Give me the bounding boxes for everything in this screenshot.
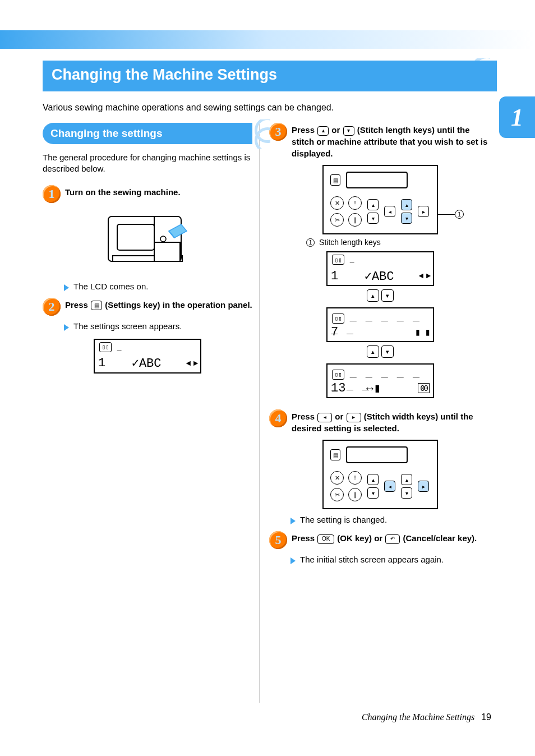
step-3-text: Press ▴ or ▾ (Stitch length keys) until … <box>292 123 491 159</box>
callout-leader-line <box>438 214 455 215</box>
panel-up2-icon-highlighted: ▴ <box>401 199 412 210</box>
step-4-pre: Press <box>292 412 317 421</box>
panel-pause-icon: ∥ <box>348 488 362 501</box>
lcd-seq1-arrows: ◄ ► <box>419 271 430 280</box>
step-3-or: or <box>331 125 342 135</box>
triangle-bullet-icon <box>64 284 69 291</box>
left-column: Changing the settings The general proced… <box>43 123 252 571</box>
panel-up-icon: ▴ <box>367 474 379 485</box>
lcd-menu-icon: ▯▯ <box>99 342 112 352</box>
down-key-icon: ▾ <box>381 289 394 302</box>
updown-keys-2: ▴ ▾ <box>367 345 394 358</box>
lcd-seq13-value: 00 <box>418 383 430 393</box>
step-3-number: 3 <box>269 123 287 141</box>
settings-key-icon: ▤ <box>330 449 340 460</box>
step-4-number: 4 <box>269 409 287 427</box>
lcd-screen-13: ▯▯ _ _ _ _ _ _ _ _ 13 ↔▮ 00 <box>326 363 434 398</box>
panel-left-icon-highlighted: ◂ <box>384 481 395 492</box>
intro-text: Various sewing machine operations and se… <box>43 103 491 113</box>
column-divider <box>259 123 260 703</box>
step-2: 2 Press ▤ (Settings key) in the operatio… <box>43 298 252 316</box>
lcd-seq13-index: 13 <box>331 381 345 395</box>
lcd-content-1: ✓ABC <box>132 356 162 371</box>
updown-keys-1: ▴ ▾ <box>367 289 394 302</box>
page-footer: Changing the Machine Settings 19 <box>362 712 491 722</box>
footer-page-number: 19 <box>481 712 491 722</box>
ok-key-icon: OK <box>317 534 334 544</box>
panel-x-icon: ✕ <box>330 471 344 485</box>
panel-pause-icon: ∥ <box>348 213 362 227</box>
step-4-result-text: The setting is changed. <box>300 515 387 524</box>
panel-down-icon: ▾ <box>367 213 379 224</box>
step-2-key: (Settings key) <box>105 300 160 310</box>
lcd-index-1: 1 <box>98 356 105 370</box>
panel-needle-icon: ! <box>348 196 362 210</box>
step-5-result: The initial stitch screen appears again. <box>290 555 491 564</box>
lcd-seq7-index: 7 <box>331 325 338 339</box>
lcd-screen-7: ▯▯ _ _ _ _ _ _ _ 7 ▮ ▮ <box>326 307 434 342</box>
step-5-number: 5 <box>269 531 287 549</box>
panel-diagram-step4: ▤ ✕ ! ✂ ∥ <box>269 440 491 509</box>
step-2-result: The settings screen appears. <box>64 321 252 331</box>
callout-1-text: Stitch length keys <box>319 238 381 247</box>
step-5-pre: Press <box>292 533 317 543</box>
callout-1-badge: 1 <box>306 238 315 247</box>
step-5-post: (Cancel/clear key). <box>403 533 477 543</box>
down-key-icon: ▾ <box>381 345 394 358</box>
panel-x-icon: ✕ <box>330 196 344 210</box>
svg-rect-5 <box>154 242 180 261</box>
lcd-sequence: ▯▯ _ 1 ✓ABC ◄ ► ▴ ▾ ▯▯ _ _ _ _ _ _ _ 7 ▮… <box>269 251 491 398</box>
triangle-bullet-icon <box>290 557 296 564</box>
step-1-result-text: The LCD comes on. <box>73 282 148 291</box>
step-3: 3 Press ▴ or ▾ (Stitch length keys) unti… <box>269 123 491 159</box>
down-key-icon: ▾ <box>343 126 354 136</box>
settings-key-icon: ▤ <box>91 301 102 310</box>
step-1-result: The LCD comes on. <box>64 282 252 291</box>
step-5-mid: (OK key) or <box>337 533 385 543</box>
right-column: 3 Press ▴ or ▾ (Stitch length keys) unti… <box>269 123 491 571</box>
cancel-key-icon: ↶ <box>385 534 400 544</box>
lcd-screen-1: ▯▯ _ 1 ✓ABC ◄ ► <box>326 251 434 286</box>
up-key-icon: ▴ <box>367 289 379 302</box>
right-key-icon: ▸ <box>347 413 361 422</box>
panel-screen <box>346 172 408 188</box>
lcd-nav-arrows: ◄ ► <box>186 359 197 368</box>
step-5-text: Press OK (OK key) or ↶ (Cancel/clear key… <box>292 531 491 544</box>
triangle-bullet-icon <box>64 324 69 331</box>
panel-down2-icon: ▾ <box>401 487 412 499</box>
lcd-seq1-content: ✓ABC <box>365 269 394 284</box>
sewing-machine-illustration <box>43 211 252 273</box>
panel-down2-icon-highlighted: ▾ <box>401 213 412 224</box>
panel-diagram-step3: ▤ ✕ ! ✂ ∥ <box>269 165 491 234</box>
callout-1-marker: 1 <box>455 210 464 219</box>
panel-right-icon-highlighted: ▸ <box>418 481 429 492</box>
up-key-icon: ▴ <box>317 126 329 136</box>
step-1-text: Turn on the sewing machine. <box>65 185 252 198</box>
left-key-icon: ◂ <box>317 413 332 422</box>
step-4: 4 Press ◂ or ▸ (Stitch width keys) until… <box>269 409 491 434</box>
panel-screen <box>346 446 408 463</box>
step-2-number: 2 <box>43 298 61 316</box>
svg-rect-1 <box>117 224 154 250</box>
step-5-result-text: The initial stitch screen appears again. <box>300 555 444 564</box>
step-2-pre: Press <box>65 300 90 310</box>
panel-needle-icon: ! <box>348 471 362 485</box>
panel-cut-icon: ✂ <box>330 213 344 227</box>
callout-1-label: 1 Stitch length keys <box>306 238 491 247</box>
panel-cut-icon: ✂ <box>330 488 344 501</box>
panel-right-icon: ▸ <box>418 206 429 217</box>
triangle-bullet-icon <box>290 518 296 524</box>
top-gradient-banner <box>0 30 535 49</box>
footer-title: Changing the Machine Settings <box>362 712 474 722</box>
panel-up-icon: ▴ <box>367 199 379 210</box>
step-5: 5 Press OK (OK key) or ↶ (Cancel/clear k… <box>269 531 491 549</box>
page-content: Changing the Machine Settings Various se… <box>43 61 491 571</box>
step-4-result: The setting is changed. <box>290 515 491 524</box>
step-2-post: in the operation panel. <box>163 300 252 310</box>
sub-heading: Changing the settings <box>43 123 252 144</box>
step-3-pre: Press <box>292 125 317 135</box>
step-2-text: Press ▤ (Settings key) in the operation … <box>65 298 252 311</box>
panel-down-icon: ▾ <box>367 487 379 499</box>
settings-key-icon: ▤ <box>330 174 340 186</box>
step-1-number: 1 <box>43 185 61 203</box>
